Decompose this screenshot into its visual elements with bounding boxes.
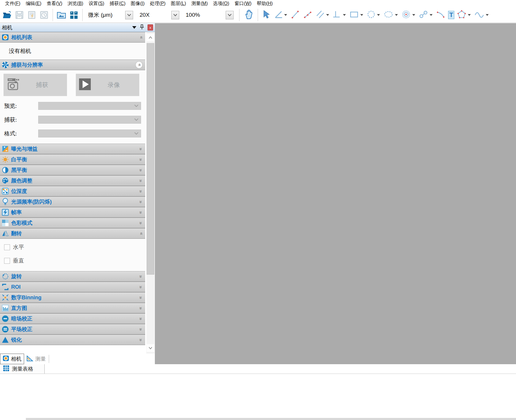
curve-tool[interactable]: [473, 9, 490, 21]
chevron-double-down-icon[interactable]: »: [138, 158, 143, 161]
linked-circles-tool[interactable]: [418, 9, 433, 21]
section-header-flat-field[interactable]: 平场校正 »: [0, 324, 145, 335]
panel-menu-arrow-icon[interactable]: [132, 26, 136, 29]
menu-item-B[interactable]: 浏览(B): [65, 0, 86, 7]
chevron-double-down-icon[interactable]: »: [138, 200, 143, 203]
magnification-combobox[interactable]: 20X: [140, 11, 179, 19]
parallel-lines-tool[interactable]: [315, 9, 330, 21]
zoom-dropdown-button[interactable]: [226, 11, 234, 19]
scroll-down-button[interactable]: [147, 344, 154, 352]
menu-item-M[interactable]: 测量(M): [189, 0, 210, 7]
section-header-black-balance[interactable]: 黑平衡 »: [0, 165, 145, 175]
save-button[interactable]: [14, 9, 25, 21]
chevron-double-down-icon[interactable]: »: [138, 338, 143, 341]
capture-dropdown[interactable]: [38, 116, 141, 124]
section-header-rotate[interactable]: 旋转 »: [0, 271, 145, 282]
pan-tool[interactable]: [243, 9, 254, 21]
chevron-double-down-icon[interactable]: »: [138, 179, 143, 182]
menu-item-F[interactable]: 文件(F): [2, 0, 23, 7]
chevron-double-down-icon[interactable]: »: [138, 296, 143, 299]
chevron-double-down-icon[interactable]: »: [138, 221, 143, 224]
chevron-double-down-icon[interactable]: »: [138, 211, 143, 214]
section-header-color-adjust[interactable]: 颜色调整 »: [0, 175, 145, 186]
flip-horizontal-checkbox[interactable]: [4, 244, 10, 250]
dropdown-caret-icon[interactable]: [395, 14, 398, 16]
section-header-white-balance[interactable]: 白平衡 »: [0, 154, 145, 165]
section-header-roi[interactable]: ROI »: [0, 282, 145, 292]
magnification-dropdown-button[interactable]: [171, 11, 179, 19]
tab-camera[interactable]: 相机: [0, 354, 24, 364]
arc-tool[interactable]: [435, 9, 446, 21]
chevron-double-down-icon[interactable]: »: [138, 147, 143, 150]
line-tool[interactable]: [290, 9, 300, 21]
batch-save-button[interactable]: [26, 9, 37, 21]
menu-item-S[interactable]: 设置(S): [86, 0, 107, 7]
chevron-double-down-icon[interactable]: »: [138, 275, 143, 278]
capture-button[interactable]: 捕获: [4, 74, 67, 96]
chevron-double-down-icon[interactable]: »: [138, 317, 143, 320]
polygon-tool[interactable]: [456, 9, 472, 21]
section-header-sharpen[interactable]: 锐化 »: [0, 335, 145, 345]
perpendicular-tool[interactable]: [332, 9, 347, 21]
section-header-flicker[interactable]: 光源频率(防闪烁) »: [0, 196, 145, 207]
menu-item-H[interactable]: 帮助(H): [254, 0, 275, 7]
dropdown-caret-icon[interactable]: [284, 14, 287, 16]
tab-measure-table[interactable]: 测量表格: [0, 364, 45, 374]
panel-scrollbar[interactable]: [146, 32, 155, 354]
menu-item-O[interactable]: 选项(O): [210, 0, 232, 7]
chevron-double-up-icon[interactable]: »: [136, 62, 142, 68]
angle-tool[interactable]: [273, 9, 288, 21]
thumbnail-view-button[interactable]: [68, 9, 79, 21]
ellipse-tool[interactable]: [383, 9, 399, 21]
section-header-flip[interactable]: 翻转 »: [0, 228, 145, 239]
menu-item-I[interactable]: 图像(I): [128, 0, 147, 7]
format-dropdown[interactable]: [38, 130, 141, 137]
section-header-binning[interactable]: 数字Binning »: [0, 292, 145, 303]
record-button[interactable]: 录像: [76, 74, 139, 96]
chevron-double-up-icon[interactable]: »: [138, 232, 143, 235]
chevron-double-down-icon[interactable]: »: [138, 190, 143, 192]
unit-combobox[interactable]: 微米 (μm): [88, 11, 133, 19]
section-header-bit-depth[interactable]: 位深度 »: [0, 186, 145, 196]
unit-dropdown-button[interactable]: [125, 11, 133, 19]
scroll-up-button[interactable]: [147, 34, 154, 41]
flip-vertical-checkbox[interactable]: [4, 258, 10, 264]
menu-item-C[interactable]: 捕获(C): [107, 0, 128, 7]
section-header-frame-rate[interactable]: 帧率 »: [0, 207, 145, 218]
preview-dropdown[interactable]: [38, 102, 141, 110]
menu-item-E[interactable]: 编辑(E): [23, 0, 44, 7]
text-tool[interactable]: T: [448, 11, 454, 19]
chevron-double-down-icon[interactable]: »: [138, 169, 143, 171]
concentric-circles-tool[interactable]: [401, 9, 416, 21]
section-header-camera-list[interactable]: 相机列表 »: [0, 32, 145, 43]
menu-item-V[interactable]: 查看(V): [44, 0, 65, 7]
dropdown-caret-icon[interactable]: [377, 14, 380, 16]
section-header-exposure-gain[interactable]: 曝光与增益 »: [0, 144, 145, 154]
dropdown-caret-icon[interactable]: [486, 14, 489, 16]
dropdown-caret-icon[interactable]: [326, 14, 329, 16]
scrollbar-thumb[interactable]: [147, 43, 154, 275]
chevron-double-down-icon[interactable]: »: [138, 328, 143, 330]
menu-item-P[interactable]: 处理(P): [147, 0, 168, 7]
section-header-histogram[interactable]: 直方图 »: [0, 303, 145, 313]
browse-images-button[interactable]: [56, 9, 67, 21]
dropdown-caret-icon[interactable]: [468, 14, 471, 16]
circle-tool[interactable]: [366, 9, 381, 21]
rectangle-tool[interactable]: [349, 9, 364, 21]
close-panel-button[interactable]: x: [148, 24, 153, 31]
menu-item-W[interactable]: 窗口(W): [232, 0, 254, 7]
chevron-double-up-icon[interactable]: »: [138, 36, 143, 38]
dropdown-caret-icon[interactable]: [430, 14, 433, 16]
tab-measure[interactable]: 测量: [24, 354, 48, 364]
menu-item-L[interactable]: 图层(L): [168, 0, 189, 7]
chevron-double-down-icon[interactable]: »: [138, 285, 143, 288]
open-file-button[interactable]: [2, 9, 12, 21]
time-lapse-button[interactable]: [39, 9, 49, 21]
section-header-capture-resolution[interactable]: 捕获与分辨率 »: [0, 60, 145, 70]
section-header-color-mode[interactable]: 色彩模式 »: [0, 218, 145, 228]
dropdown-caret-icon[interactable]: [412, 14, 415, 16]
chevron-double-down-icon[interactable]: »: [138, 307, 143, 309]
select-tool[interactable]: [261, 9, 271, 21]
dropdown-caret-icon[interactable]: [343, 14, 346, 16]
section-header-dark-field[interactable]: 暗场校正 »: [0, 313, 145, 324]
